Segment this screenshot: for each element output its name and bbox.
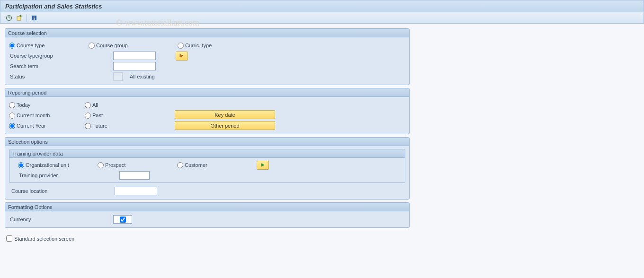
- radio-org-unit-label: Organizational unit: [26, 162, 69, 168]
- radio-course-type[interactable]: [9, 43, 15, 49]
- app-toolbar: [0, 12, 644, 24]
- label-status: Status: [9, 74, 113, 79]
- reporting-period-group: Reporting period Today Current month: [5, 88, 410, 134]
- standard-selection-row: Standard selection screen: [5, 231, 410, 242]
- input-search-term[interactable]: [113, 62, 156, 70]
- radio-current-year[interactable]: [9, 123, 15, 129]
- formatting-options-group: Formatting Options Currency: [5, 202, 410, 228]
- radio-customer[interactable]: [177, 162, 183, 168]
- radio-prospect-label: Prospect: [105, 162, 125, 168]
- standard-selection-label: Standard selection screen: [14, 236, 74, 242]
- training-provider-data-group: Training provider data Organizational un…: [9, 149, 405, 183]
- radio-today[interactable]: [9, 102, 15, 108]
- input-course-type-group[interactable]: [113, 52, 156, 60]
- radio-course-group-label: Course group: [96, 43, 128, 48]
- status-text: All existing: [130, 74, 155, 79]
- radio-all[interactable]: [85, 102, 91, 108]
- radio-course-type-label: Course type: [17, 43, 45, 48]
- radio-current-year-label: Current Year: [17, 123, 46, 129]
- radio-past[interactable]: [85, 113, 91, 119]
- other-period-label: Other period: [210, 123, 239, 129]
- radio-future[interactable]: [85, 123, 91, 129]
- selection-options-title: Selection options: [5, 138, 409, 146]
- radio-past-label: Past: [92, 113, 103, 118]
- formatting-options-title: Formatting Options: [5, 203, 409, 211]
- other-period-button[interactable]: Other period: [175, 121, 275, 130]
- course-selection-title: Course selection: [5, 29, 409, 37]
- page-title: Participation and Sales Statistics: [5, 3, 102, 10]
- radio-course-group[interactable]: [89, 43, 95, 49]
- radio-prospect[interactable]: [98, 162, 104, 168]
- checkbox-currency[interactable]: [120, 217, 126, 223]
- label-course-location: Course location: [10, 188, 115, 194]
- execute-icon[interactable]: [4, 14, 14, 22]
- radio-current-month-label: Current month: [17, 113, 50, 118]
- svg-rect-3: [17, 17, 21, 20]
- get-variant-icon[interactable]: [15, 14, 24, 22]
- info-icon[interactable]: [29, 14, 39, 22]
- multiple-selection-button[interactable]: [176, 52, 188, 61]
- svg-rect-5: [34, 17, 35, 17]
- radio-curric-type-label: Curric. type: [185, 43, 212, 48]
- label-course-type-group: Course type/group: [9, 53, 113, 59]
- radio-org-unit[interactable]: [18, 162, 24, 168]
- label-search-term: Search term: [9, 63, 113, 69]
- checkbox-standard-selection[interactable]: [6, 235, 12, 242]
- provider-mult-sel-button[interactable]: [257, 161, 269, 170]
- course-selection-group: Course selection Course type Course grou…: [5, 28, 410, 85]
- radio-future-label: Future: [92, 123, 107, 129]
- label-training-provider: Training provider: [18, 173, 119, 178]
- svg-rect-6: [34, 18, 35, 20]
- radio-current-month[interactable]: [9, 113, 15, 119]
- radio-all-label: All: [92, 102, 98, 108]
- key-date-label: Key date: [215, 112, 235, 118]
- reporting-period-title: Reporting period: [5, 88, 409, 97]
- key-date-button[interactable]: Key date: [175, 110, 275, 119]
- radio-customer-label: Customer: [185, 162, 207, 168]
- radio-today-label: Today: [17, 102, 30, 108]
- label-currency: Currency: [9, 217, 113, 222]
- radio-curric-type[interactable]: [178, 43, 184, 49]
- toolbar-separator: [27, 14, 27, 22]
- selection-options-group: Selection options Training provider data…: [5, 137, 410, 200]
- training-provider-data-title: Training provider data: [9, 149, 405, 158]
- title-bar: Participation and Sales Statistics: [0, 0, 644, 12]
- input-status[interactable]: [113, 72, 123, 81]
- input-training-provider[interactable]: [119, 171, 150, 180]
- input-course-location[interactable]: [115, 187, 157, 195]
